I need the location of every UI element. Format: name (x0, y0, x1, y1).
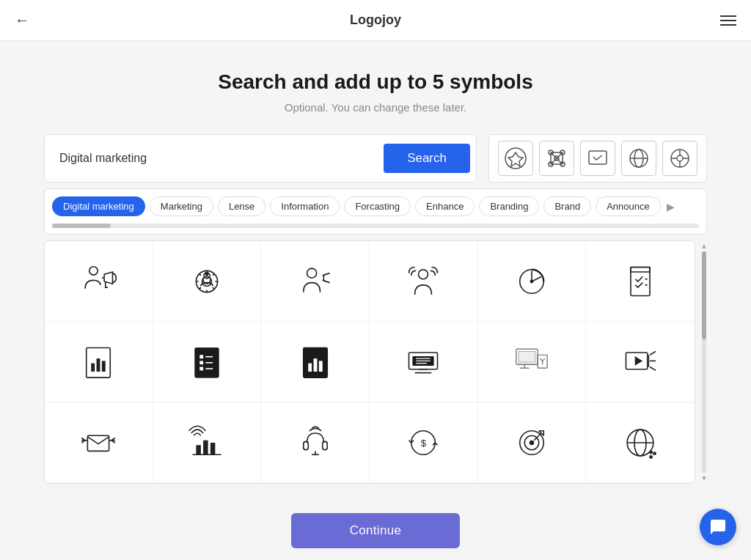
svg-rect-14 (589, 151, 607, 164)
svg-rect-40 (97, 358, 100, 372)
icon-cell-0[interactable] (45, 241, 153, 322)
icon-cell-8[interactable] (261, 322, 370, 402)
svg-rect-52 (319, 361, 323, 372)
filter-chip-0[interactable]: Digital marketing (52, 196, 145, 216)
icon-grid-area: $ ▲ ▼ (44, 240, 707, 484)
svg-rect-72 (303, 441, 308, 449)
svg-point-77 (530, 440, 535, 445)
app-title: Logojoy (350, 12, 401, 28)
svg-point-19 (677, 155, 683, 161)
svg-rect-45 (199, 366, 203, 370)
svg-rect-61 (519, 351, 535, 362)
chat-button[interactable] (700, 509, 736, 545)
svg-rect-44 (199, 361, 203, 364)
search-input[interactable] (59, 152, 384, 165)
filter-chips: Digital marketingMarketingLenseInformati… (49, 189, 664, 224)
svg-rect-41 (102, 361, 106, 372)
filter-chip-4[interactable]: Forcasting (344, 196, 411, 216)
filter-chip-5[interactable]: Enhance (415, 196, 475, 216)
svg-point-30 (419, 269, 428, 279)
icon-cell-9[interactable] (370, 322, 478, 402)
svg-point-29 (307, 268, 316, 278)
icon-grid: $ (44, 240, 695, 484)
icon-cell-3[interactable] (370, 241, 478, 322)
symbol-thumb-1[interactable] (498, 141, 533, 176)
filter-area: Digital marketingMarketingLenseInformati… (44, 188, 707, 235)
svg-point-24 (89, 266, 98, 274)
svg-point-82 (649, 450, 653, 454)
svg-rect-73 (322, 441, 327, 449)
icon-cell-13[interactable] (153, 402, 262, 483)
continue-button[interactable]: Continue (291, 513, 460, 548)
chips-scrollbar[interactable] (52, 224, 699, 228)
continue-bar: Continue (0, 501, 751, 560)
svg-point-84 (649, 455, 653, 459)
vertical-scrollbar: ▲ ▼ (701, 240, 707, 484)
search-box: Search (44, 134, 477, 183)
icon-cell-11[interactable] (586, 322, 695, 402)
back-button[interactable]: ← (15, 12, 29, 29)
icon-cell-6[interactable] (45, 322, 153, 402)
scroll-track (702, 251, 706, 473)
filter-chip-7[interactable]: Brand (543, 196, 591, 216)
svg-point-83 (653, 452, 656, 455)
icon-cell-17[interactable] (586, 402, 695, 483)
svg-rect-71 (210, 443, 216, 454)
icon-cell-15[interactable]: $ (370, 402, 478, 483)
search-button[interactable]: Search (384, 144, 470, 173)
scroll-right-arrow[interactable]: ▶ (664, 198, 678, 215)
icon-cell-14[interactable] (261, 402, 370, 483)
icon-cell-12[interactable] (45, 402, 153, 483)
svg-rect-70 (203, 440, 208, 454)
svg-line-13 (557, 158, 563, 164)
svg-text:$: $ (421, 437, 427, 448)
svg-line-12 (551, 158, 557, 164)
app-header: ← Logojoy (0, 0, 751, 41)
symbol-thumb-3[interactable] (580, 141, 615, 176)
svg-rect-39 (92, 363, 95, 371)
filter-chip-2[interactable]: Lense (218, 196, 265, 216)
icon-cell-4[interactable] (478, 241, 587, 322)
icon-cell-2[interactable] (261, 241, 370, 322)
scroll-up-arrow[interactable]: ▲ (699, 240, 709, 251)
symbol-thumb-2[interactable] (539, 141, 574, 176)
icon-grid-scroll[interactable]: $ (44, 240, 698, 484)
symbol-preview (488, 134, 707, 183)
search-row: Search (44, 134, 707, 183)
symbol-thumb-4[interactable] (621, 141, 656, 176)
filter-chip-8[interactable]: Announce (596, 196, 661, 216)
main-content: Search and add up to 5 symbols Optional.… (0, 41, 751, 484)
menu-button[interactable] (720, 15, 736, 26)
filter-chip-1[interactable]: Marketing (150, 196, 213, 216)
icon-cell-7[interactable] (153, 322, 262, 402)
svg-rect-69 (196, 445, 201, 454)
svg-point-34 (530, 279, 534, 283)
icon-cell-5[interactable] (586, 241, 695, 322)
svg-line-10 (551, 152, 557, 158)
symbol-thumb-5[interactable] (662, 141, 697, 176)
icon-cell-10[interactable] (478, 322, 587, 402)
icon-cell-1[interactable] (153, 241, 262, 322)
filter-chips-wrapper: Digital marketingMarketingLenseInformati… (45, 189, 706, 224)
svg-rect-43 (199, 355, 203, 358)
page-title: Search and add up to 5 symbols (44, 70, 707, 94)
svg-rect-51 (313, 358, 317, 372)
filter-chip-6[interactable]: Branding (479, 196, 539, 216)
svg-rect-50 (308, 363, 312, 371)
svg-line-11 (557, 152, 563, 158)
filter-chip-3[interactable]: Information (270, 196, 340, 216)
icon-cell-16[interactable] (478, 402, 587, 483)
page-subtitle: Optional. You can change these later. (44, 101, 707, 114)
scroll-down-arrow[interactable]: ▼ (699, 473, 709, 484)
